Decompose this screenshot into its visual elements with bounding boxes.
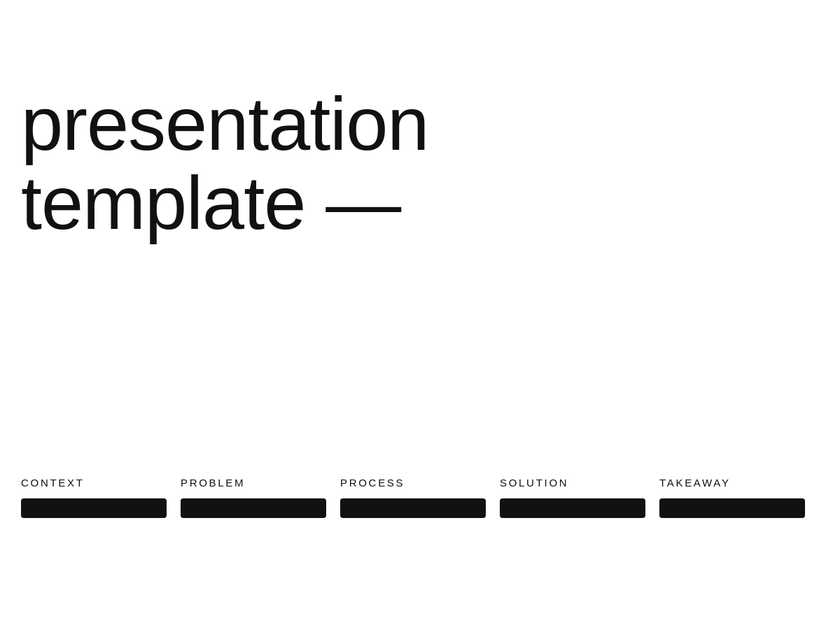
nav-item-solution[interactable]: SOLUTION	[500, 477, 659, 518]
nav-item-context[interactable]: CONTEXT	[21, 477, 181, 518]
nav-label-process: PROCESS	[340, 477, 500, 489]
nav-bar-solution	[500, 498, 645, 518]
nav-label-problem: PROBLEM	[181, 477, 340, 489]
nav-item-process[interactable]: PROCESS	[340, 477, 500, 518]
title-section: presentation template —	[21, 84, 819, 243]
nav-bar-context	[21, 498, 167, 518]
nav-label-solution: SOLUTION	[500, 477, 659, 489]
nav-item-takeaway[interactable]: TAKEAWAY	[659, 477, 819, 518]
main-title: presentation template —	[21, 84, 819, 243]
title-line2: template —	[21, 160, 400, 245]
nav-item-problem[interactable]: PROBLEM	[181, 477, 340, 518]
nav-label-takeaway: TAKEAWAY	[659, 477, 819, 489]
nav-bar-problem	[181, 498, 326, 518]
page-container: presentation template — CONTEXTPROBLEMPR…	[0, 0, 840, 630]
nav-label-context: CONTEXT	[21, 477, 181, 489]
nav-section: CONTEXTPROBLEMPROCESSSOLUTIONTAKEAWAY	[21, 477, 819, 518]
nav-bar-process	[340, 498, 486, 518]
title-line1: presentation	[21, 81, 428, 166]
nav-bar-takeaway	[659, 498, 805, 518]
